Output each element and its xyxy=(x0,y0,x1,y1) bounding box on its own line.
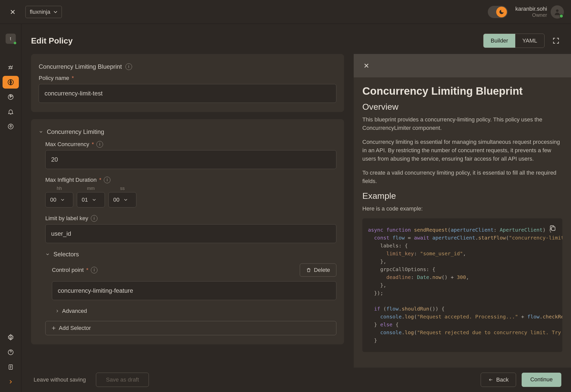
continue-button[interactable]: Continue xyxy=(522,373,561,387)
arrow-left-icon xyxy=(488,377,494,382)
fullscreen-button[interactable] xyxy=(551,35,561,46)
nav-settings[interactable] xyxy=(3,331,19,344)
close-button[interactable] xyxy=(7,6,18,18)
project-dropdown[interactable]: fluxninja xyxy=(25,6,62,18)
info-icon[interactable]: i xyxy=(96,141,103,148)
project-badge[interactable]: t xyxy=(6,34,16,44)
svg-rect-8 xyxy=(551,227,555,230)
code-example: async function sendRequest(apertureClien… xyxy=(362,218,562,352)
copy-code-button[interactable] xyxy=(549,225,556,232)
page-title: Edit Policy xyxy=(31,36,73,46)
user-role: Owner xyxy=(515,12,547,18)
doc-close-button[interactable] xyxy=(361,61,372,71)
doc-example-heading: Example xyxy=(362,191,562,201)
chevron-right-icon xyxy=(55,309,59,313)
tab-yaml[interactable]: YAML xyxy=(515,34,544,48)
chevron-down-icon xyxy=(45,252,50,257)
hh-select[interactable]: 00 xyxy=(45,192,73,207)
plus-icon xyxy=(51,326,56,331)
nav-icon-3[interactable] xyxy=(3,91,19,103)
limit-by-input[interactable] xyxy=(45,224,336,243)
ss-label: ss xyxy=(120,186,125,191)
control-point-input[interactable] xyxy=(52,281,336,300)
chevron-down-icon xyxy=(92,199,96,201)
nav-docs[interactable] xyxy=(3,361,19,373)
delete-selector-button[interactable]: Delete xyxy=(300,263,336,277)
info-icon[interactable]: i xyxy=(91,215,97,222)
selectors-toggle[interactable]: Selectors xyxy=(45,251,336,258)
user-name: karanbir.sohi xyxy=(515,6,547,12)
nav-icon-alerts[interactable] xyxy=(3,105,19,118)
nav-icon-policies[interactable] xyxy=(3,76,19,89)
doc-paragraph: Concurrency limiting is essential for ma… xyxy=(362,138,562,163)
tab-builder[interactable]: Builder xyxy=(483,34,515,48)
avatar xyxy=(551,5,564,19)
max-concurrency-label: Max Concurrency xyxy=(45,141,89,148)
nav-collapse[interactable] xyxy=(3,375,19,388)
user-menu[interactable]: karanbir.sohi Owner xyxy=(515,5,564,19)
chevron-down-icon xyxy=(39,130,43,134)
ss-select[interactable]: 00 xyxy=(108,192,136,207)
policy-name-label: Policy name xyxy=(39,75,69,81)
theme-toggle[interactable] xyxy=(488,6,508,18)
doc-paragraph: To create a valid concurrency limiting p… xyxy=(362,169,562,185)
hh-label: hh xyxy=(57,186,62,191)
chevron-down-icon xyxy=(124,199,127,201)
doc-paragraph: This blueprint provides a concurrency-li… xyxy=(362,115,562,132)
project-name: fluxninja xyxy=(30,9,50,15)
info-icon[interactable]: i xyxy=(125,63,132,70)
svg-point-0 xyxy=(556,9,559,12)
limit-by-label: Limit by label key xyxy=(45,215,88,222)
leave-button[interactable]: Leave without saving xyxy=(31,373,88,387)
svg-point-2 xyxy=(8,80,13,85)
save-draft-button[interactable]: Save as draft xyxy=(96,373,149,387)
mm-select[interactable]: 01 xyxy=(77,192,105,207)
chevron-down-icon xyxy=(53,11,58,13)
info-icon[interactable]: i xyxy=(91,267,97,273)
copy-icon xyxy=(549,225,556,232)
section-concurrency-toggle[interactable]: Concurrency Limiting xyxy=(39,128,336,135)
section-concurrency-label: Concurrency Limiting xyxy=(47,128,104,135)
advanced-toggle[interactable]: Advanced xyxy=(52,308,336,314)
person-icon xyxy=(553,8,561,16)
svg-point-5 xyxy=(10,337,11,339)
max-concurrency-input[interactable] xyxy=(45,150,336,169)
doc-overview-heading: Overview xyxy=(362,102,562,112)
trash-icon xyxy=(306,267,311,273)
max-inflight-label: Max Inflight Duration xyxy=(45,177,97,183)
svg-point-4 xyxy=(8,124,13,129)
nav-icon-1[interactable] xyxy=(3,61,19,74)
doc-example-intro: Here is a code example: xyxy=(362,204,562,213)
selectors-label: Selectors xyxy=(53,251,79,258)
chevron-down-icon xyxy=(61,199,64,201)
add-selector-button[interactable]: Add Selector xyxy=(45,321,336,335)
doc-title: Concurrency Limiting Blueprint xyxy=(362,85,562,97)
back-button[interactable]: Back xyxy=(481,373,516,387)
control-point-label: Control point xyxy=(52,267,84,273)
moon-icon xyxy=(499,9,504,15)
nav-help[interactable] xyxy=(3,346,19,359)
view-tabs: Builder YAML xyxy=(483,34,545,48)
info-icon[interactable]: i xyxy=(104,177,110,183)
blueprint-label: Concurrency Limiting Blueprint xyxy=(39,63,122,70)
mm-label: mm xyxy=(87,186,95,191)
nav-icon-explore[interactable] xyxy=(3,120,19,133)
policy-name-input[interactable] xyxy=(39,84,336,103)
